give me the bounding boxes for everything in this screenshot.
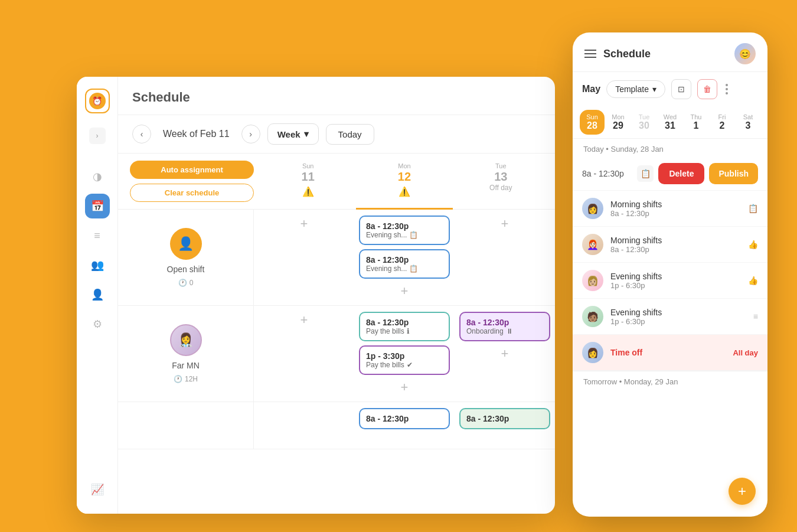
more-options-button[interactable] (723, 81, 730, 97)
publish-action-button[interactable]: Publish (709, 163, 758, 184)
day-chip-sat[interactable]: Sat 3 (736, 110, 760, 135)
day-chip-tue[interactable]: Tue 30 (632, 110, 656, 135)
person-avatar-1: 👩 (582, 198, 603, 219)
add-far-mn-mon-button[interactable]: + (396, 379, 413, 396)
day-chip-sun[interactable]: Sun 28 (580, 110, 605, 135)
shift-role-1: Morning shifts (610, 200, 741, 209)
sidebar-item-chart[interactable]: 📈 (85, 477, 110, 502)
sidebar-item-dashboard[interactable]: ◑ (85, 164, 110, 189)
delete-action-button[interactable]: Delete (658, 163, 704, 184)
sidebar-toggle[interactable]: › (89, 128, 106, 144)
open-shift-avatar: 👤 (170, 228, 202, 260)
far-mn-name: Far MN (172, 361, 200, 370)
week-label: Week of Feb 11 (163, 129, 230, 139)
sidebar-item-settings[interactable]: ⚙ (85, 312, 110, 337)
copy-icon: 📋 (409, 231, 418, 239)
thumb-icon-3: 👍 (748, 276, 758, 285)
shift-list-item-timeoff[interactable]: 👩 Time off All day (573, 335, 767, 371)
far-mn-cell: 👩‍⚕️ Far MN 🕐 12H (118, 306, 254, 402)
tomorrow-section-label: Tomorrow • Monday, 29 Jan (573, 371, 767, 390)
sidebar-bottom: 📈 (85, 477, 110, 502)
shift-action-time: 8a - 12:30p (582, 169, 632, 178)
day-chip-wed[interactable]: Wed 31 (658, 110, 682, 135)
info-icon: ℹ (407, 327, 410, 335)
shift-role-timeoff: Time off (610, 348, 726, 357)
shift-list-item-4[interactable]: 🧑🏽 Evening shifts 1p - 6:30p ≡ (573, 299, 767, 335)
shift-card-pay-bills-2[interactable]: 1p - 3:30p Pay the bills ✔ (359, 345, 450, 375)
hamburger-menu[interactable] (584, 50, 596, 58)
app-logo: ⏰ (85, 89, 110, 113)
sidebar-item-list[interactable]: ≡ (85, 223, 110, 248)
shift-info-3: Evening shifts 1p - 6:30p (610, 272, 741, 290)
pause-icon: ⏸ (506, 327, 513, 335)
copy-icon-1: 📋 (748, 204, 758, 213)
shift-list-item-1[interactable]: 👩 Morning shifts 8a - 12:30p 📋 (573, 191, 767, 227)
bottom-tue-cell: 8a - 12:30p (455, 402, 555, 449)
bottom-mon-cell: 8a - 12:30p (354, 402, 455, 449)
sidebar-item-team[interactable]: 👥 (85, 253, 110, 278)
week-strip: Sun 28 Mon 29 Tue 30 Wed 31 Thu 1 Fri 2 … (573, 106, 767, 138)
open-shift-name: Open shift (167, 265, 205, 274)
day-chip-thu[interactable]: Thu 1 (684, 110, 708, 135)
shift-hours-2: 8a - 12:30p (610, 245, 741, 254)
clock-icon: 🕐 (174, 375, 182, 383)
shift-card[interactable]: 8a - 12:30p Evening sh... 📋 (359, 216, 450, 245)
warning-icon-mon: ⚠️ (362, 186, 446, 197)
day-headers: Auto assignment Clear schedule Sun 11 ⚠️… (118, 154, 555, 210)
bottom-sun-cell (254, 402, 354, 449)
open-shift-sun: + (254, 210, 354, 305)
day-header-mon: Mon 12 ⚠️ (356, 154, 452, 210)
day-chip-mon[interactable]: Mon 29 (606, 110, 631, 135)
filter-button[interactable]: ⊡ (671, 79, 691, 99)
shift-hours-1: 8a - 12:30p (610, 209, 741, 218)
add-shift-sun-button[interactable]: + (296, 216, 312, 232)
add-far-mn-sun-button[interactable]: + (296, 312, 312, 328)
shift-card[interactable]: 8a - 12:30p Evening sh... 📋 (359, 249, 450, 279)
trash-icon: 🗑 (703, 84, 711, 94)
main-content: Schedule ‹ Week of Feb 11 › Week ▾ Today… (118, 77, 555, 514)
add-shift-tue-button[interactable]: + (497, 216, 513, 232)
shift-list-item-3[interactable]: 👩🏼 Evening shifts 1p - 6:30p 👍 (573, 263, 767, 299)
far-mn-hours: 🕐 12H (174, 375, 198, 383)
page-title: Schedule (132, 90, 541, 105)
prev-week-button[interactable]: ‹ (132, 125, 151, 143)
copy-icon-button[interactable]: 📋 (637, 165, 654, 182)
day-chip-fri[interactable]: Fri 2 (710, 110, 734, 135)
auto-assignment-button[interactable]: Auto assignment (130, 161, 254, 179)
schedule-grid: Auto assignment Clear schedule Sun 11 ⚠️… (118, 154, 555, 514)
shift-role-3: Evening shifts (610, 272, 741, 281)
next-week-button[interactable]: › (241, 125, 260, 143)
shift-list-item-2[interactable]: 👩🏻‍🦰 Morning shifts 8a - 12:30p 👍 (573, 227, 767, 263)
filter-icon: ⊡ (678, 84, 685, 94)
delete-button-small[interactable]: 🗑 (697, 79, 717, 99)
open-shift-row: 👤 Open shift 🕐 0 + 8a - 12:30p (118, 210, 555, 306)
day-header-tue: Tue 13 Off day (453, 154, 549, 209)
shift-hours-3: 1p - 6:30p (610, 281, 741, 290)
add-shift-mon-button[interactable]: + (396, 283, 413, 299)
mobile-header: Schedule 😊 (573, 32, 767, 72)
user-avatar[interactable]: 😊 (734, 43, 756, 64)
shift-role-4: Evening shifts (610, 308, 746, 317)
week-dropdown-button[interactable]: Week ▾ (267, 123, 319, 145)
month-nav: May Template ▾ ⊡ 🗑 (573, 72, 767, 106)
shift-hours-4: 1p - 6:30p (610, 317, 746, 326)
sidebar-item-person[interactable]: 👤 (85, 282, 110, 307)
today-button[interactable]: Today (326, 124, 374, 145)
fab-button[interactable]: + (729, 478, 756, 505)
shift-card-onboarding[interactable]: 8a - 12:30p Onboarding ⏸ (459, 312, 550, 341)
far-mn-avatar: 👩‍⚕️ (170, 324, 202, 356)
person-avatar-3: 👩🏼 (582, 270, 603, 291)
shift-card-pay-bills[interactable]: 8a - 12:30p Pay the bills ℹ (359, 312, 450, 341)
day-header-sun: Sun 11 ⚠️ (260, 154, 356, 209)
all-day-label: All day (733, 348, 758, 357)
dropdown-arrow-icon: ▾ (304, 129, 309, 139)
person-avatar-4: 🧑🏽 (582, 306, 603, 327)
person-avatar-timeoff: 👩 (582, 342, 603, 363)
sidebar-item-schedule[interactable]: 📅 (85, 194, 110, 218)
clear-schedule-button[interactable]: Clear schedule (130, 184, 254, 202)
copy-icon: 📋 (409, 265, 418, 273)
add-far-mn-tue-button[interactable]: + (497, 345, 513, 362)
bottom-shift-card-2[interactable]: 8a - 12:30p (459, 408, 550, 429)
template-button[interactable]: Template ▾ (606, 80, 665, 98)
bottom-shift-card[interactable]: 8a - 12:30p (359, 408, 450, 429)
